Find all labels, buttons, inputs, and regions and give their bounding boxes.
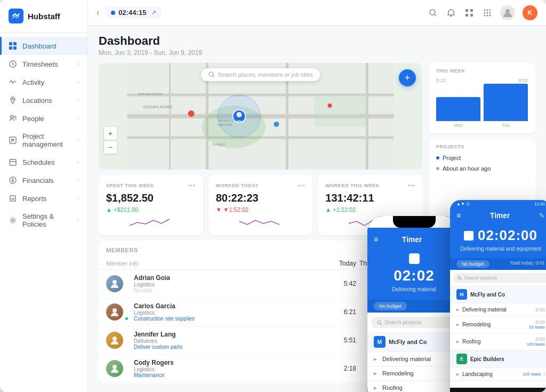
right-column: THIS WEEK 5:12 8:05 Mon: [429, 63, 535, 383]
stat-spent-menu[interactable]: ⋯: [188, 181, 196, 190]
stat-week-label: WORKED THIS WEEK: [325, 183, 380, 188]
member-role: Logistics: [134, 282, 330, 287]
back-button[interactable]: ‹: [97, 8, 99, 18]
svg-rect-9: [10, 159, 16, 165]
chevron-icon: ›: [77, 138, 79, 143]
project-icon: [9, 136, 17, 145]
svg-point-44: [328, 103, 332, 108]
sidebar-item-people[interactable]: People ›: [0, 109, 87, 127]
bar-value-tue: 8:05: [518, 78, 528, 83]
table-row[interactable]: Cody Rogers Logistics Maintenance 2:18 1…: [99, 355, 422, 383]
svg-text:northeast Indiana: northeast Indiana: [138, 92, 163, 95]
logo-text: Hubstaff: [28, 12, 60, 21]
chevron-icon: ›: [77, 196, 79, 201]
sidebar-item-dashboard[interactable]: Dashboard: [0, 37, 87, 55]
stat-today-label: WORKED TODAY: [216, 183, 259, 188]
sidebar-item-locations[interactable]: Locations ›: [0, 91, 87, 109]
chevron-icon: ›: [77, 218, 79, 223]
svg-point-50: [113, 308, 117, 313]
col-week-header: This week: [356, 260, 388, 267]
arrow-up-icon: ▲: [106, 206, 112, 213]
stat-spent: SPENT THIS WEEK ⋯ $1,852.50 ▲ +$211.00: [99, 175, 203, 235]
user-badge[interactable]: K: [523, 5, 537, 20]
grid-icon[interactable]: [464, 7, 475, 18]
user-avatar[interactable]: [500, 5, 515, 20]
people-icon: [9, 114, 17, 123]
svg-rect-14: [470, 9, 473, 12]
sidebar: Hubstaff Dashboard Timesheets › Acti: [0, 0, 88, 392]
map-add-button[interactable]: +: [399, 69, 416, 86]
svg-text:SUNSET: SUNSET: [213, 143, 226, 146]
member-avatar: [106, 275, 123, 292]
projects-section: PROJECTS Project About an hour ago: [429, 139, 535, 383]
svg-text:GOLDEN ACRES: GOLDEN ACRES: [143, 105, 173, 109]
sidebar-item-project-management[interactable]: Project management ›: [0, 127, 87, 153]
svg-point-22: [489, 12, 491, 13]
member-today: 6:21: [330, 308, 356, 316]
list-item[interactable]: About an hour ago: [436, 163, 528, 174]
member-today: 5:42: [330, 280, 356, 287]
member-avatar: [106, 332, 123, 349]
sidebar-item-reports[interactable]: Reports ›: [0, 189, 87, 207]
stat-week-menu[interactable]: ⋯: [407, 181, 415, 190]
sidebar-item-label: Timesheets: [22, 60, 58, 68]
apps-icon[interactable]: [482, 7, 493, 18]
chevron-icon: ›: [77, 61, 79, 67]
app-container: Hubstaff Dashboard Timesheets › Acti: [0, 0, 546, 392]
online-indicator: [125, 317, 129, 321]
week-bars: Mon Tue: [436, 85, 528, 128]
stat-worked-today: WORKED TODAY ⋯ 80:22:23 ▼ ▼1:52:02: [208, 175, 313, 235]
logo-icon: [9, 9, 23, 23]
arrow-up-icon: ▲: [325, 206, 331, 213]
map-search-bar[interactable]: Search places, members or job sites: [201, 68, 320, 81]
date-range: Mon, Jun 3, 2019 - Sun, Jun 9, 2019: [99, 49, 535, 57]
list-item[interactable]: Project: [436, 153, 528, 163]
member-bars: [388, 364, 415, 373]
member-info: Jennifer Lang Deliveries Deliver custom …: [134, 331, 330, 350]
timer-expand-icon[interactable]: ↗: [151, 9, 156, 16]
sidebar-item-label: Financials: [22, 177, 54, 185]
svg-point-48: [209, 72, 213, 76]
notification-icon[interactable]: [446, 7, 456, 18]
timer-widget[interactable]: 02:44:15 ↗: [106, 6, 162, 19]
sidebar-item-label: Schedules: [22, 158, 55, 166]
project-dot: [436, 156, 439, 159]
table-row[interactable]: Jennifer Lang Deliveries Deliver custom …: [99, 326, 422, 355]
map-search-placeholder: Search places, members or job sites: [218, 71, 313, 78]
sidebar-item-settings[interactable]: Settings & Policies ›: [0, 207, 87, 233]
sidebar-item-activity[interactable]: Activity ›: [0, 73, 87, 91]
timer-active-dot: [111, 11, 115, 15]
svg-point-26: [505, 9, 510, 13]
svg-rect-16: [470, 14, 473, 17]
stat-worked-week: WORKED THIS WEEK ⋯ 131:42:11 ▲ +1:22:02: [318, 175, 422, 235]
chevron-icon: ›: [77, 178, 79, 183]
svg-point-51: [113, 337, 117, 341]
svg-rect-3: [13, 46, 17, 50]
zoom-in-button[interactable]: +: [104, 127, 117, 140]
sidebar-item-schedules[interactable]: Schedules ›: [0, 153, 87, 171]
sidebar-item-label: Dashboard: [22, 42, 57, 50]
sidebar-item-financials[interactable]: Financials ›: [0, 171, 87, 189]
settings-icon: [9, 216, 17, 225]
bar-label-mon: Mon: [454, 123, 463, 128]
stat-week-value: 131:42:11: [325, 192, 415, 204]
dashboard-icon: [9, 42, 17, 50]
svg-point-7: [14, 116, 16, 118]
member-bars: [388, 278, 415, 289]
table-row[interactable]: Adrian Goia Logistics No task 5:42 12:33: [99, 270, 422, 298]
sparkline-spent: [106, 216, 196, 229]
sidebar-navigation: Dashboard Timesheets › Activity ›: [0, 33, 87, 392]
table-row[interactable]: Carlos Garcia Logistics Construction sit…: [99, 298, 422, 326]
svg-point-24: [487, 14, 488, 16]
bar-tue: [484, 84, 528, 121]
page-title: Dashboard: [99, 34, 535, 48]
members-menu[interactable]: ⋯: [407, 246, 415, 254]
svg-point-17: [484, 9, 486, 11]
zoom-out-button[interactable]: −: [104, 141, 117, 154]
stat-today-menu[interactable]: ⋯: [298, 181, 306, 190]
member-task: Deliver custom parts: [134, 344, 330, 350]
timesheets-icon: [9, 60, 17, 68]
search-topbar-icon[interactable]: [428, 7, 438, 18]
financials-icon: [9, 176, 17, 185]
sidebar-item-timesheets[interactable]: Timesheets ›: [0, 55, 87, 73]
